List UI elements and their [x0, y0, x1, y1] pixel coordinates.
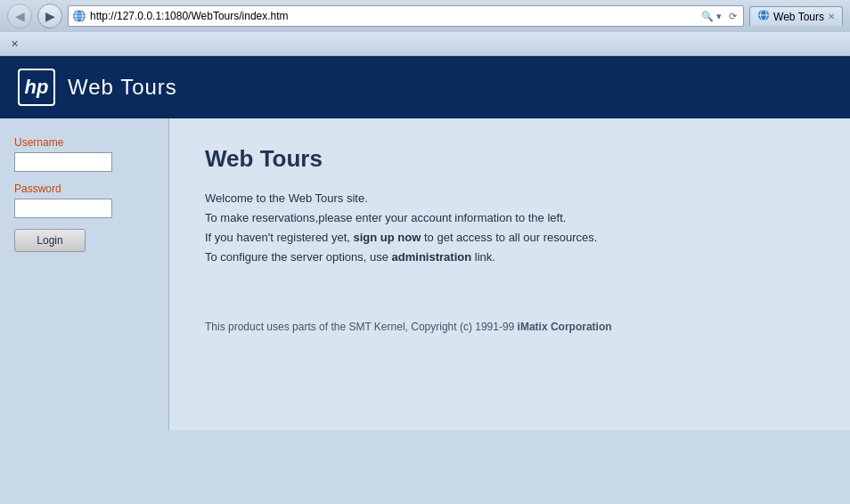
tab-title: Web Tours: [773, 11, 824, 23]
username-label: Username: [14, 136, 154, 149]
toolbar-bar: ✕: [0, 32, 850, 55]
page-wrapper: hp Web Tours Username Password Login Web…: [0, 56, 850, 430]
footer-prefix: This product uses parts of the SMT Kerne…: [205, 321, 518, 333]
browser-tab[interactable]: Web Tours ✕: [749, 6, 843, 26]
back-button[interactable]: ◀: [7, 4, 32, 28]
hp-logo-text: hp: [25, 76, 49, 99]
content-area: Web Tours Welcome to the Web Tours site.…: [169, 118, 850, 430]
main-layout: Username Password Login Web Tours Welcom…: [0, 118, 850, 430]
browser-titlebar: ◀ ▶ http://127.0.0.1:1080/WebTours/index…: [0, 0, 850, 32]
welcome-line2: To make reservations,please enter your a…: [205, 211, 566, 224]
footer-company: iMatix Corporation: [518, 321, 612, 333]
address-actions: 🔍 ▾ ⟳: [699, 10, 740, 23]
welcome-line4-prefix: To configure the server options, use: [205, 250, 392, 264]
password-label: Password: [14, 183, 154, 195]
site-header: hp Web Tours: [0, 56, 850, 118]
browser-icon-tab: [757, 9, 770, 24]
welcome-text: Welcome to the Web Tours site. To make r…: [205, 189, 814, 267]
sign-up-link[interactable]: sign up now: [354, 231, 421, 244]
hp-logo: hp: [18, 69, 55, 106]
administration-link[interactable]: administration: [392, 250, 472, 264]
close-x-button[interactable]: ✕: [7, 37, 22, 51]
password-input[interactable]: [14, 199, 112, 218]
content-title: Web Tours: [205, 145, 814, 173]
welcome-line1: Welcome to the Web Tours site.: [205, 191, 368, 205]
refresh-button[interactable]: ⟳: [726, 10, 740, 23]
tab-close-button[interactable]: ✕: [828, 12, 835, 21]
search-button[interactable]: 🔍 ▾: [699, 10, 724, 23]
browser-chrome: ◀ ▶ http://127.0.0.1:1080/WebTours/index…: [0, 0, 850, 56]
address-bar-container: http://127.0.0.1:1080/WebTours/index.htm…: [68, 5, 744, 27]
username-input[interactable]: [14, 152, 112, 172]
address-input[interactable]: http://127.0.0.1:1080/WebTours/index.htm: [90, 10, 695, 22]
welcome-line3-suffix: to get access to all our resources.: [421, 231, 597, 244]
site-header-title: Web Tours: [68, 75, 177, 100]
welcome-line3-prefix: If you haven't registered yet,: [205, 231, 354, 244]
footer-text: This product uses parts of the SMT Kerne…: [205, 321, 814, 333]
sidebar: Username Password Login: [0, 118, 169, 430]
welcome-line4-suffix: link.: [471, 250, 495, 264]
forward-button[interactable]: ▶: [37, 4, 62, 28]
login-button[interactable]: Login: [14, 229, 86, 252]
browser-icon: [72, 9, 86, 23]
